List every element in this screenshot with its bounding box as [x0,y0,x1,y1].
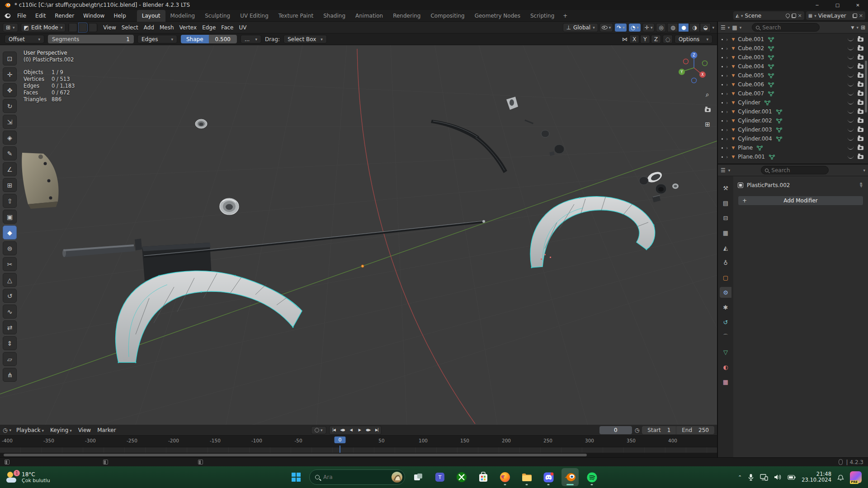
object-name[interactable]: Cube.007 [738,90,764,97]
properties-tab[interactable]: ⊟ [720,212,731,223]
chevron-down-icon[interactable]: ▾ [712,25,714,30]
xbox-app-button[interactable] [453,468,470,486]
wiper-blade-object[interactable] [431,120,507,173]
orthographic-grid-icon[interactable]: ⊞ [702,118,713,130]
object-name[interactable]: Cube.002 [738,45,764,52]
object-name[interactable]: Cylinder [738,99,760,106]
render-visibility-icon[interactable] [858,83,863,87]
object-name[interactable]: Cylinder.003 [738,127,772,133]
mirror-parts-objects[interactable] [639,170,679,202]
tool-button[interactable]: ⊡ [3,52,17,66]
expand-chevron-icon[interactable]: › [726,73,728,79]
menu-item[interactable]: File [13,13,31,19]
outliner-scrollbar[interactable] [865,61,867,113]
washer-object[interactable] [220,198,239,215]
render-visibility-icon[interactable] [858,92,863,96]
shape-value[interactable]: 0.500 [209,35,237,43]
close-button[interactable]: ✕ [848,0,868,10]
display-mode-icon[interactable]: ☰ [721,24,726,31]
small-parts-objects[interactable] [506,97,564,156]
outliner-item[interactable]: › ▼ Cube.005 [718,71,868,80]
outliner-item[interactable]: › ▼ Cylinder.003 [718,125,868,134]
viewport-menu-item[interactable]: Select [119,24,141,31]
proportional-size-icon[interactable]: ◌ [663,35,673,43]
timeline-scrollbar[interactable] [0,453,717,457]
exhaust-assembly-object[interactable] [62,220,485,281]
maximize-button[interactable]: □ [827,0,848,10]
tool-button[interactable]: ⊞ [3,178,17,192]
face-select-button[interactable] [88,23,98,32]
breadcrumb-object-name[interactable]: PlasticParts.002 [747,182,790,188]
workspace-tab[interactable]: Texture Paint [274,10,318,22]
menu-item[interactable]: Window [79,13,109,19]
outliner-item[interactable]: › ▼ Plane [718,143,868,152]
axis-toggle[interactable]: Z [651,35,661,43]
show-gizmo-dropdown[interactable]: ▾ [599,23,613,32]
filter-image-icon[interactable]: ▦ [732,24,737,31]
expand-chevron-icon[interactable]: › [726,55,728,61]
pin-icon[interactable]: ✎ [857,181,865,189]
viewport-menu-item[interactable]: View [100,24,118,31]
hide-eye-icon[interactable] [848,47,854,50]
properties-tab[interactable]: ⌒ [720,332,731,343]
workspace-tab[interactable]: Rendering [388,10,425,22]
filter-funnel-icon[interactable]: ▼ [851,25,854,30]
expand-chevron-icon[interactable]: › [726,46,728,52]
expand-chevron-icon[interactable]: › [726,82,728,88]
properties-tab[interactable]: ⚒ [720,183,731,193]
snap-toggle-button[interactable]: ↷ ▾ [614,23,627,32]
hide-eye-icon[interactable] [848,74,854,77]
timeline-menu-item[interactable]: Marker [94,427,119,433]
tool-button[interactable]: ∠ [3,162,17,176]
editor-corner-icon[interactable] [5,460,9,465]
navigation-gizmo[interactable]: Z X Y [676,50,712,86]
timeline-menu-item[interactable]: Keying ▾ [47,427,75,433]
outliner-item[interactable]: › ▼ Cube.003 [718,53,868,62]
properties-tab[interactable]: ↺ [720,317,731,328]
menu-item[interactable]: Render [50,13,79,19]
taskbar-search[interactable] [309,469,405,485]
workspace-tab[interactable]: Modeling [165,10,200,22]
outliner-item[interactable]: › ▼ Cube.007 [718,89,868,98]
transport-button[interactable]: |◀ [330,426,338,434]
zoom-icon[interactable]: ⌕ [702,89,713,100]
search-input[interactable] [762,24,816,31]
door-panel-object[interactable] [22,153,58,209]
editor-corner-icon[interactable] [103,460,108,465]
tool-button[interactable]: ⇲ [3,115,17,129]
tool-button[interactable]: ∿ [3,305,17,319]
editor-type-icon[interactable]: ◷ [3,427,7,433]
outliner-item[interactable]: › ▼ Cube.001 [718,35,868,44]
transport-button[interactable]: ▶ [355,426,364,434]
tool-button[interactable]: ↺ [3,289,17,303]
properties-tab[interactable]: ▢ [720,272,731,283]
fender-arch-selected[interactable] [530,196,655,268]
shading-mode-button[interactable]: ◒ [700,23,711,32]
expand-chevron-icon[interactable]: › [726,136,728,142]
viewport-menu-item[interactable]: Mesh [157,24,177,31]
add-modifier-button[interactable]: + Add Modifier [738,196,863,206]
viewport-3d[interactable]: User Perspective (0) PlasticParts.002 Ob… [0,45,717,425]
workspace-tab[interactable]: Geometry Nodes [470,10,525,22]
workspace-tab[interactable]: Scripting [525,10,559,22]
new-collection-icon[interactable]: ⊞ [861,24,865,31]
shape-toggle[interactable]: Shape [181,35,209,43]
editor-type-button[interactable]: ⊞ ▾ [3,23,18,32]
properties-tab[interactable]: ▦ [720,376,731,387]
segments-field[interactable]: Segments 1 [48,35,134,43]
gizmo-dropdown[interactable]: ✛ ▾ [642,23,655,32]
offset-type-dropdown[interactable]: Offset ▾ [5,35,44,43]
object-name[interactable]: Cylinder.004 [738,136,772,142]
tool-button[interactable]: ✥ [3,83,17,97]
search-input[interactable] [771,167,825,174]
hide-eye-icon[interactable] [848,146,854,150]
transport-button[interactable]: ◆▶ [364,426,373,434]
transport-button[interactable]: ▶| [373,426,381,434]
axis-toggle[interactable]: X [629,35,639,43]
shading-mode-button[interactable]: ◍ [667,23,678,32]
properties-tab[interactable]: ◭ [720,242,731,253]
expand-chevron-icon[interactable]: › [726,145,728,151]
microphone-icon[interactable] [748,474,754,481]
chevron-down-icon[interactable]: ▾ [863,168,865,173]
taskbar-search-input[interactable] [323,474,387,480]
